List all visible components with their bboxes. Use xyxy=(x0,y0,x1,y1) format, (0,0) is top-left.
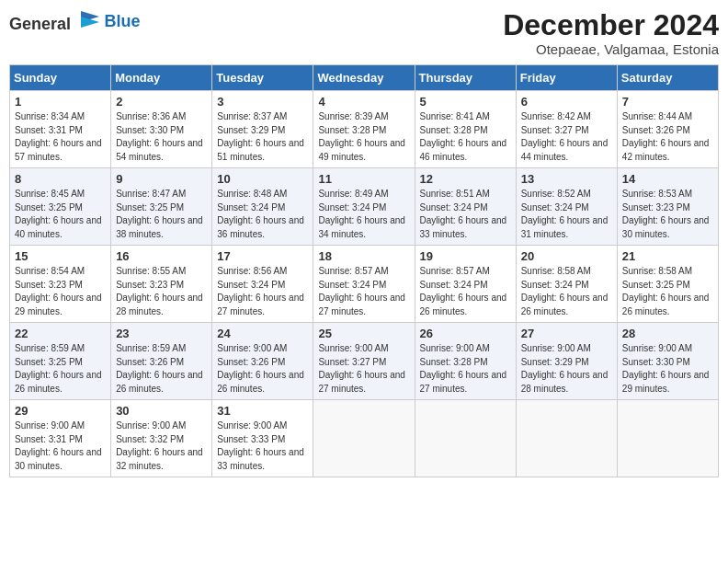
calendar-week-row: 1Sunrise: 8:34 AMSunset: 3:31 PMDaylight… xyxy=(10,91,719,168)
calendar-cell: 27Sunrise: 9:00 AMSunset: 3:29 PMDayligh… xyxy=(516,323,617,400)
logo: General Blue xyxy=(9,9,141,34)
subtitle: Otepaeae, Valgamaa, Estonia xyxy=(503,41,719,57)
day-detail: Sunrise: 8:58 AMSunset: 3:25 PMDaylight:… xyxy=(622,265,713,318)
calendar-week-row: 29Sunrise: 9:00 AMSunset: 3:31 PMDayligh… xyxy=(10,400,719,477)
calendar-cell xyxy=(415,400,516,477)
day-number: 24 xyxy=(217,327,308,340)
day-number: 10 xyxy=(217,172,308,186)
logo-blue-text: Blue xyxy=(105,12,141,30)
weekday-header-friday: Friday xyxy=(516,65,617,91)
day-detail: Sunrise: 8:55 AMSunset: 3:23 PMDaylight:… xyxy=(116,265,207,318)
day-number: 28 xyxy=(622,327,713,340)
day-number: 2 xyxy=(116,95,207,109)
header: General Blue December 2024 Otepaeae, Val… xyxy=(9,9,719,57)
weekday-header-monday: Monday xyxy=(111,65,212,91)
calendar-cell: 12Sunrise: 8:51 AMSunset: 3:24 PMDayligh… xyxy=(415,168,516,246)
day-number: 13 xyxy=(521,172,612,186)
day-number: 19 xyxy=(420,249,511,263)
calendar-cell: 1Sunrise: 8:34 AMSunset: 3:31 PMDaylight… xyxy=(10,91,111,168)
calendar-cell: 23Sunrise: 8:59 AMSunset: 3:26 PMDayligh… xyxy=(111,323,212,400)
day-number: 15 xyxy=(15,249,106,263)
calendar-cell: 13Sunrise: 8:52 AMSunset: 3:24 PMDayligh… xyxy=(516,168,617,246)
day-number: 9 xyxy=(116,172,207,186)
day-number: 25 xyxy=(318,327,409,340)
calendar-cell: 10Sunrise: 8:48 AMSunset: 3:24 PMDayligh… xyxy=(212,168,313,246)
calendar-week-row: 22Sunrise: 8:59 AMSunset: 3:25 PMDayligh… xyxy=(10,323,719,400)
calendar-cell xyxy=(617,400,718,477)
day-number: 23 xyxy=(116,327,207,340)
day-detail: Sunrise: 8:49 AMSunset: 3:24 PMDaylight:… xyxy=(318,188,409,241)
calendar-cell: 4Sunrise: 8:39 AMSunset: 3:28 PMDaylight… xyxy=(313,91,415,168)
month-title: December 2024 xyxy=(503,9,719,41)
calendar-cell: 22Sunrise: 8:59 AMSunset: 3:25 PMDayligh… xyxy=(10,323,111,400)
day-number: 4 xyxy=(318,95,409,109)
day-detail: Sunrise: 8:39 AMSunset: 3:28 PMDaylight:… xyxy=(318,110,409,164)
day-detail: Sunrise: 9:00 AMSunset: 3:30 PMDaylight:… xyxy=(622,342,713,396)
day-detail: Sunrise: 8:41 AMSunset: 3:28 PMDaylight:… xyxy=(420,110,511,164)
day-detail: Sunrise: 8:45 AMSunset: 3:25 PMDaylight:… xyxy=(15,188,106,241)
day-detail: Sunrise: 8:36 AMSunset: 3:30 PMDaylight:… xyxy=(116,110,207,164)
day-number: 6 xyxy=(521,95,612,109)
day-detail: Sunrise: 8:59 AMSunset: 3:26 PMDaylight:… xyxy=(116,342,207,396)
day-number: 29 xyxy=(15,404,106,418)
day-detail: Sunrise: 8:51 AMSunset: 3:24 PMDaylight:… xyxy=(420,188,511,241)
day-detail: Sunrise: 9:00 AMSunset: 3:33 PMDaylight:… xyxy=(217,419,308,473)
calendar-cell: 25Sunrise: 9:00 AMSunset: 3:27 PMDayligh… xyxy=(313,323,415,400)
day-number: 14 xyxy=(622,172,713,186)
calendar-cell xyxy=(516,400,617,477)
weekday-header-tuesday: Tuesday xyxy=(212,65,313,91)
day-number: 12 xyxy=(420,172,511,186)
weekday-header-thursday: Thursday xyxy=(415,65,516,91)
logo-flag-icon xyxy=(77,9,103,29)
day-number: 5 xyxy=(420,95,511,109)
day-detail: Sunrise: 9:00 AMSunset: 3:29 PMDaylight:… xyxy=(521,342,612,396)
calendar-cell: 29Sunrise: 9:00 AMSunset: 3:31 PMDayligh… xyxy=(10,400,111,477)
day-detail: Sunrise: 8:59 AMSunset: 3:25 PMDaylight:… xyxy=(15,342,106,396)
calendar-cell: 5Sunrise: 8:41 AMSunset: 3:28 PMDaylight… xyxy=(415,91,516,168)
day-detail: Sunrise: 8:48 AMSunset: 3:24 PMDaylight:… xyxy=(217,188,308,241)
calendar-cell: 8Sunrise: 8:45 AMSunset: 3:25 PMDaylight… xyxy=(10,168,111,246)
day-detail: Sunrise: 8:56 AMSunset: 3:24 PMDaylight:… xyxy=(217,265,308,318)
calendar-cell: 7Sunrise: 8:44 AMSunset: 3:26 PMDaylight… xyxy=(617,91,718,168)
title-area: December 2024 Otepaeae, Valgamaa, Estoni… xyxy=(503,9,719,57)
calendar-cell: 3Sunrise: 8:37 AMSunset: 3:29 PMDaylight… xyxy=(212,91,313,168)
day-detail: Sunrise: 9:00 AMSunset: 3:32 PMDaylight:… xyxy=(116,419,207,473)
day-number: 8 xyxy=(15,172,106,186)
day-number: 18 xyxy=(318,249,409,263)
day-number: 11 xyxy=(318,172,409,186)
calendar-cell: 31Sunrise: 9:00 AMSunset: 3:33 PMDayligh… xyxy=(212,400,313,477)
calendar-cell: 19Sunrise: 8:57 AMSunset: 3:24 PMDayligh… xyxy=(415,246,516,323)
calendar-cell: 17Sunrise: 8:56 AMSunset: 3:24 PMDayligh… xyxy=(212,246,313,323)
day-detail: Sunrise: 8:34 AMSunset: 3:31 PMDaylight:… xyxy=(15,110,106,164)
day-number: 21 xyxy=(622,249,713,263)
day-detail: Sunrise: 8:52 AMSunset: 3:24 PMDaylight:… xyxy=(521,188,612,241)
calendar-cell: 15Sunrise: 8:54 AMSunset: 3:23 PMDayligh… xyxy=(10,246,111,323)
day-number: 7 xyxy=(622,95,713,109)
calendar-week-row: 15Sunrise: 8:54 AMSunset: 3:23 PMDayligh… xyxy=(10,246,719,323)
calendar-cell: 9Sunrise: 8:47 AMSunset: 3:25 PMDaylight… xyxy=(111,168,212,246)
day-detail: Sunrise: 8:42 AMSunset: 3:27 PMDaylight:… xyxy=(521,110,612,164)
weekday-header-saturday: Saturday xyxy=(617,65,718,91)
day-number: 16 xyxy=(116,249,207,263)
day-number: 31 xyxy=(217,404,308,418)
calendar-cell: 24Sunrise: 9:00 AMSunset: 3:26 PMDayligh… xyxy=(212,323,313,400)
calendar-table: SundayMondayTuesdayWednesdayThursdayFrid… xyxy=(9,64,719,477)
day-detail: Sunrise: 8:53 AMSunset: 3:23 PMDaylight:… xyxy=(622,188,713,241)
day-detail: Sunrise: 8:54 AMSunset: 3:23 PMDaylight:… xyxy=(15,265,106,318)
day-number: 22 xyxy=(15,327,106,340)
day-detail: Sunrise: 8:44 AMSunset: 3:26 PMDaylight:… xyxy=(622,110,713,164)
calendar-header-row: SundayMondayTuesdayWednesdayThursdayFrid… xyxy=(10,65,719,91)
day-detail: Sunrise: 8:47 AMSunset: 3:25 PMDaylight:… xyxy=(116,188,207,241)
weekday-header-sunday: Sunday xyxy=(10,65,111,91)
day-detail: Sunrise: 8:57 AMSunset: 3:24 PMDaylight:… xyxy=(420,265,511,318)
calendar-cell: 2Sunrise: 8:36 AMSunset: 3:30 PMDaylight… xyxy=(111,91,212,168)
day-detail: Sunrise: 9:00 AMSunset: 3:28 PMDaylight:… xyxy=(420,342,511,396)
day-detail: Sunrise: 8:37 AMSunset: 3:29 PMDaylight:… xyxy=(217,110,308,164)
calendar-cell: 21Sunrise: 8:58 AMSunset: 3:25 PMDayligh… xyxy=(617,246,718,323)
calendar-cell: 28Sunrise: 9:00 AMSunset: 3:30 PMDayligh… xyxy=(617,323,718,400)
day-number: 27 xyxy=(521,327,612,340)
calendar-week-row: 8Sunrise: 8:45 AMSunset: 3:25 PMDaylight… xyxy=(10,168,719,246)
day-detail: Sunrise: 9:00 AMSunset: 3:26 PMDaylight:… xyxy=(217,342,308,396)
calendar-cell: 20Sunrise: 8:58 AMSunset: 3:24 PMDayligh… xyxy=(516,246,617,323)
calendar-cell xyxy=(313,400,415,477)
